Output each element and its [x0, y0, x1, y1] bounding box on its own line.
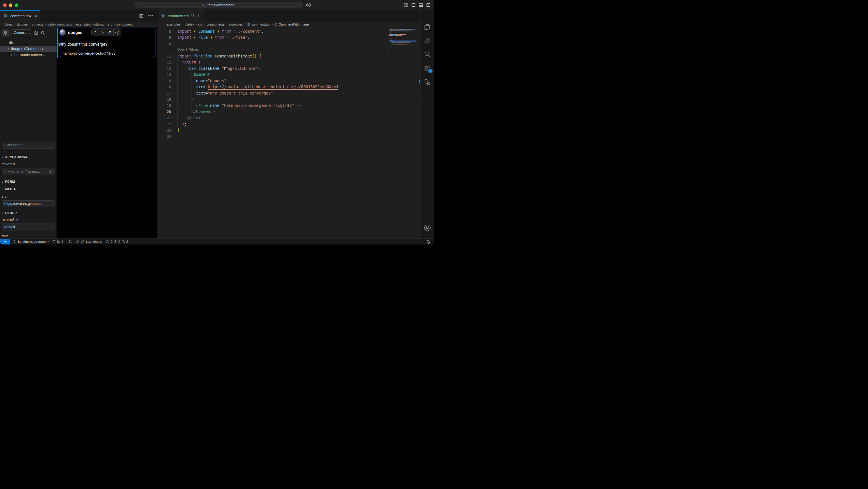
src-input[interactable]: https://avatars.githubuse [2, 200, 55, 207]
component-selector[interactable]: Comm... [11, 29, 32, 36]
code-line-8[interactable]: 8import { Comment } from "../comment"; [158, 28, 420, 35]
close-tab-icon[interactable]: × [35, 13, 37, 18]
breadcrumb-item[interactable]: src [108, 23, 112, 26]
split-editor-icon[interactable] [139, 14, 144, 18]
chevron-right-icon[interactable] [7, 48, 9, 50]
breadcrumb-item[interactable]: Users [4, 23, 13, 26]
breadcrumb-item[interactable]: triplex-monorepo [48, 23, 72, 26]
settings-icon[interactable]: ⚙ [106, 30, 113, 34]
minimap-line [397, 35, 402, 36]
breadcrumb-item[interactable]: douges [17, 23, 28, 26]
tab-label: comment.tsx [10, 14, 32, 18]
tab-comment-tsx-code[interactable]: comment.tsx U × [158, 10, 203, 22]
codelens-link[interactable]: Open in Triplex [177, 47, 198, 53]
toggle-secondary-sidebar-icon[interactable] [426, 3, 431, 7]
file-chip[interactable]: harmonic-convergence.tsx@1-33 [60, 50, 154, 57]
avatar-size-select[interactable]: default [2, 224, 55, 230]
breadcrumb-item[interactable]: projects [32, 23, 43, 26]
scene-hierarchy-view-button[interactable] [421, 79, 434, 86]
problems-item[interactable]: 0 0 2 [105, 240, 128, 243]
chevron-down-icon [1, 212, 3, 214]
breadcrumb-item[interactable]: CommentWithImage [274, 23, 309, 26]
explorer-view-button[interactable] [421, 24, 434, 31]
undo-icon[interactable]: ↺ [92, 30, 99, 34]
code-line-14[interactable]: 14 <Comment [158, 71, 420, 78]
close-window-button[interactable] [3, 3, 7, 7]
close-tab-icon[interactable]: × [197, 13, 199, 18]
code-line-24[interactable]: 24 [158, 133, 420, 140]
code-line-9[interactable]: 9import { File } from "../file"; [158, 34, 420, 41]
remote-indicator[interactable]: >< [0, 239, 10, 245]
breadcrumb-item[interactable]: examples [76, 23, 90, 26]
customize-layout-icon[interactable] [404, 3, 408, 7]
breadcrumb-item[interactable]: gitplex [185, 23, 194, 26]
history-forward-button[interactable]: → [127, 3, 131, 7]
breadcrumb-item[interactable]: src [198, 23, 203, 26]
command-center-search[interactable]: triplex-monorepo [135, 2, 302, 8]
left-breadcrumb[interactable]: Users›douges›projects›triplex-monorepo›e… [0, 22, 157, 27]
code-line-16[interactable]: 16 src="https://avatars.githubuserconten… [158, 84, 420, 90]
account-menu[interactable] [306, 0, 313, 10]
search-view-button[interactable] [421, 51, 434, 58]
layers-button[interactable] [1, 29, 9, 37]
editor-breadcrumb[interactable]: examples›gitplex›src›components›examples… [158, 22, 420, 27]
history-back-button[interactable]: ← [119, 3, 123, 7]
code-line-12[interactable]: 12 return ( [158, 59, 420, 65]
extensions-badge: 2 [428, 69, 433, 73]
breadcrumb-item[interactable]: examples [228, 23, 243, 26]
more-actions-icon[interactable]: ••• [148, 13, 153, 18]
section-form[interactable]: FORM [2, 180, 55, 183]
section-media[interactable]: MEDIA [2, 187, 55, 191]
code-line-13[interactable]: 13 <div className="bg-black p-2"> [158, 65, 420, 72]
section-appearance[interactable]: APPEARANCE [2, 155, 55, 159]
maximize-window-button[interactable] [14, 3, 18, 7]
tree-item-div[interactable]: div [0, 40, 57, 46]
indent-guide [182, 65, 182, 121]
chevron-right-icon[interactable] [10, 53, 12, 56]
breadcrumb-item[interactable]: gitplex [94, 23, 104, 26]
left-tabstrip: comment.tsx × ••• [0, 10, 157, 22]
codelens-row[interactable]: Open in Triplex [158, 47, 420, 53]
launchpad-item[interactable]: Launchpad [75, 240, 102, 243]
code-line-19[interactable]: 19 <File name="harmonic-convergence.tsx@… [158, 103, 420, 109]
extensions-view-button[interactable]: 2 [421, 65, 434, 72]
tree-item-douges-comment-[interactable]: douges (Comment) [0, 46, 57, 52]
play-icon[interactable]: ▷ [99, 30, 106, 34]
line-number: 12 [158, 59, 171, 65]
filter-props-input[interactable] [2, 142, 55, 148]
code-line-20[interactable]: 20 </Comment> [158, 109, 420, 115]
code-line-17[interactable]: 17 text="Why doesn't this converge?" [158, 90, 420, 96]
info-icon [121, 240, 125, 243]
breadcrumb-item[interactable]: examples [166, 23, 181, 26]
code-line-23[interactable]: 23} [158, 127, 420, 134]
code-line-11[interactable]: 11export function CommentWithImage() { [158, 53, 420, 59]
tree-item-harmonic-conver-[interactable]: harmonic-conver... [0, 52, 57, 58]
run-debug-view-button[interactable] [421, 37, 434, 45]
edit-component-button[interactable] [34, 30, 39, 35]
minimap-line [392, 41, 394, 41]
code-line-22[interactable]: 22 ); [158, 121, 420, 127]
code-editor[interactable]: 8import { Comment } from "../comment";9i… [158, 27, 420, 238]
code-line-18[interactable]: 18 > [158, 96, 420, 103]
minimize-window-button[interactable] [9, 3, 12, 7]
help-icon[interactable]: ? [114, 30, 121, 35]
breadcrumb-item[interactable]: component [116, 23, 133, 26]
breadcrumb-item[interactable]: components [207, 23, 225, 26]
code-line-21[interactable]: 21 </div> [158, 115, 420, 121]
git-sync-item[interactable]: 0↓ 2↑ [52, 240, 65, 243]
bell-icon[interactable] [426, 240, 430, 244]
tab-comment-tsx-preview[interactable]: comment.tsx × [0, 10, 40, 22]
toggle-primary-sidebar-icon[interactable] [411, 3, 415, 7]
code-line-15[interactable]: 15 name="douges" [158, 78, 420, 84]
pull-request-item[interactable] [68, 240, 72, 243]
toggle-panel-icon[interactable] [419, 3, 423, 7]
breadcrumb-item[interactable]: comment.tsx [247, 23, 270, 26]
react-icon [161, 14, 165, 18]
code-line-10[interactable]: 10 [158, 41, 420, 47]
account-button[interactable] [421, 224, 434, 232]
section-other[interactable]: OTHER [2, 211, 55, 214]
children-input[interactable]: {<File name="harmo... ⚠ [2, 168, 55, 175]
preview-canvas[interactable]: douges Why doesn't this converge? harmon… [57, 27, 157, 238]
git-branch-item[interactable]: landing-page-march* [13, 240, 49, 243]
scene-search-button[interactable] [41, 31, 45, 35]
